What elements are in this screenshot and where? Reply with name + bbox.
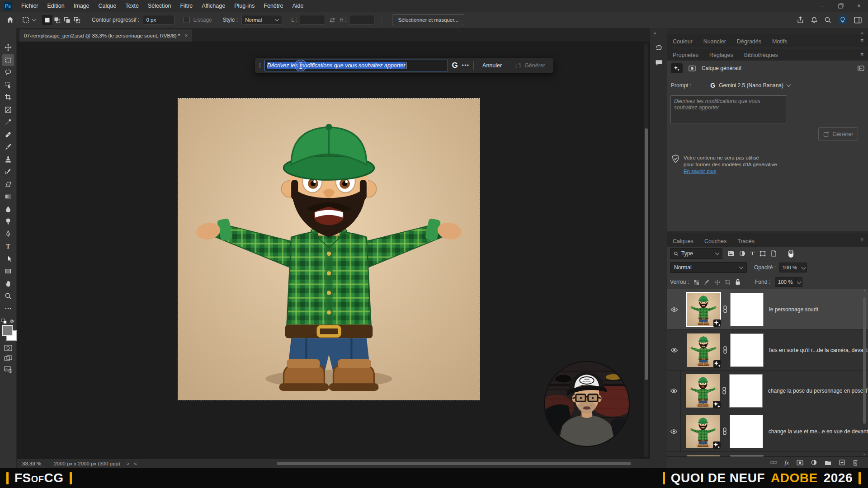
layer-thumbnail[interactable] [687,293,720,326]
document-canvas[interactable] [178,99,480,400]
swap-dimensions-icon[interactable] [329,17,336,23]
menu-item[interactable]: Fenêtre [259,1,288,11]
layers-scroll-thumb[interactable] [863,297,866,424]
generative-prompt-textarea[interactable] [670,95,787,123]
layer-row[interactable]: fais en sorte qu'il r...de la caméra, de… [667,330,868,371]
lock-pixels-icon[interactable] [704,279,710,285]
blend-mode-dropdown[interactable]: Normal [670,262,747,273]
layer-name[interactable]: change la pose du personnage en pose T [768,388,868,394]
more-options-icon[interactable]: ••• [462,62,469,69]
panel-tab[interactable]: Couleur [667,36,698,47]
tab-close-icon[interactable]: × [184,33,188,39]
tool-eyedropper[interactable] [2,116,14,128]
layer-row[interactable] [667,452,868,456]
current-tool-icon[interactable] [22,16,36,23]
mask-link-icon[interactable] [720,387,729,394]
tool-spot-healing[interactable] [2,129,14,141]
edit-toolbar-icon[interactable] [2,303,14,314]
layers-scrollbar[interactable]: ⌃ ⌄ [862,289,867,456]
panel-tab[interactable]: Motifs [767,36,793,47]
add-mask-icon[interactable] [797,460,803,465]
default-colors-icon[interactable] [1,319,7,324]
select-and-mask-button[interactable]: Sélectionner et masquer... [392,14,464,25]
tool-clone-stamp[interactable] [2,154,14,165]
tool-type[interactable]: T [2,240,14,252]
quick-mask-icon[interactable] [4,345,12,351]
notifications-bell-icon[interactable] [811,16,818,24]
mask-link-icon[interactable] [720,305,730,313]
new-selection-icon[interactable] [42,15,52,25]
new-group-icon[interactable] [825,460,831,465]
delete-layer-icon[interactable] [853,460,858,466]
tool-pen[interactable] [2,228,14,240]
filter-toggle[interactable] [788,249,794,258]
minimize-button[interactable]: ─ [814,0,832,12]
panel-tab[interactable]: Réglages [704,50,739,61]
document-tab[interactable]: 07-remplissage_gen2.psd @ 33,3% (le pers… [19,29,192,42]
discover-lightbulb-icon[interactable] [838,15,848,25]
layer-thumbnail[interactable] [686,415,720,448]
panel-tab[interactable]: Couches [699,236,732,247]
history-panel-icon[interactable] [653,42,665,53]
link-layers-icon[interactable] [770,460,777,465]
tool-brush[interactable] [2,141,14,153]
layer-name[interactable]: le personnage sourit [769,306,818,313]
mask-link-icon[interactable] [720,346,730,354]
model-selector[interactable]: G Gemini 2.5 (Nano Banana) [710,82,790,89]
tool-move[interactable] [2,42,14,53]
tool-blur[interactable] [2,203,14,215]
tool-rectangular-marquee[interactable] [2,54,14,66]
adjustment-layer-icon[interactable] [811,460,817,465]
intersect-selection-icon[interactable] [72,15,82,25]
menu-item[interactable]: Affichage [197,1,230,11]
filter-smart-objects-icon[interactable] [771,250,777,257]
filter-pixel-layers-icon[interactable] [727,251,734,257]
style-dropdown[interactable]: Normal [241,15,282,25]
opacity-dropdown-icon[interactable] [800,263,807,272]
layer-thumbnail[interactable] [686,374,720,408]
panel-tab[interactable]: Calques [667,236,699,247]
drag-handle-icon[interactable] [259,60,261,71]
comments-panel-icon[interactable] [653,57,665,69]
tool-crop[interactable] [2,91,14,103]
menu-item[interactable]: Texte [121,1,143,11]
scroll-down-icon[interactable]: ⌄ [862,451,867,456]
filter-type-layers-icon[interactable]: T [750,250,755,257]
tool-eraser[interactable] [2,178,14,190]
panel-menu-icon[interactable]: ≡ [860,237,863,243]
scroll-up-icon[interactable]: ⌃ [862,289,867,295]
layer-name[interactable]: change la vue et me...e en vue de devant [769,428,868,435]
expand-dock-icon[interactable]: « [650,28,668,38]
filter-shape-layers-icon[interactable] [760,251,766,257]
fill-input[interactable]: 100 % [775,277,796,287]
layer-effects-icon[interactable]: fx [785,459,789,466]
panel-tab[interactable]: Tracés [732,236,760,247]
fill-dropdown-icon[interactable] [796,277,802,287]
horizontal-scroll-thumb[interactable] [277,462,631,465]
restore-button[interactable] [832,0,850,12]
home-icon[interactable] [6,16,14,23]
tool-dodge[interactable] [2,216,14,227]
smoothing-checkbox[interactable]: Lissage [184,17,212,23]
menu-item[interactable]: Image [69,1,94,11]
layer-mask-thumbnail[interactable] [730,333,764,367]
mask-properties-icon[interactable] [686,63,698,73]
tool-hand[interactable] [2,278,14,290]
width-input[interactable] [300,15,325,25]
lock-position-icon[interactable] [714,279,720,285]
subtract-from-selection-icon[interactable] [62,15,72,25]
tool-zoom[interactable] [2,290,14,302]
screen-mode-icon[interactable] [4,355,12,361]
layer-name[interactable]: fais en sorte qu'il r...de la caméra, de… [769,347,868,353]
tool-gradient[interactable] [2,191,14,202]
layer-visibility-toggle[interactable] [667,330,681,370]
generative-prompt-input[interactable]: Décrivez les modifications que vous souh… [264,60,448,71]
feather-input[interactable]: 0 px [143,15,175,25]
search-icon[interactable] [824,16,831,23]
layer-visibility-toggle[interactable] [667,289,681,329]
mask-link-icon[interactable] [720,427,730,435]
foreground-color[interactable] [2,325,13,336]
generative-properties-icon[interactable] [671,63,683,73]
tool-object-selection[interactable] [2,79,14,91]
menu-item[interactable]: Edition [43,1,69,11]
